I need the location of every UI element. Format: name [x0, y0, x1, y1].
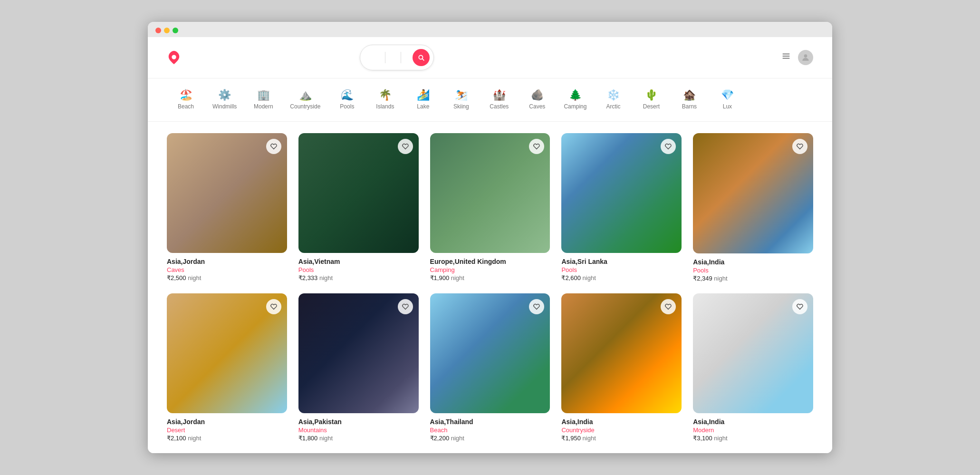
listing-info: Asia,Jordan Caves ₹2,500 night [167, 253, 287, 281]
category-item-countryside[interactable]: ⛰️ Countryside [282, 86, 328, 114]
countryside-category-icon: ⛰️ [299, 90, 312, 100]
category-item-pools[interactable]: 🌊 Pools [328, 86, 366, 114]
avatar[interactable] [798, 50, 813, 65]
wishlist-heart-button[interactable] [792, 139, 807, 154]
category-label-desert: Desert [643, 103, 660, 110]
listing-info: Asia,India Pools ₹2,349 night [693, 253, 813, 282]
svg-line-1 [423, 58, 424, 60]
price-label: night [583, 274, 596, 281]
dot-minimize[interactable] [164, 28, 170, 33]
beach-category-icon: 🏖️ [180, 90, 192, 100]
category-item-barns[interactable]: 🏚️ Barns [670, 86, 708, 114]
category-item-beach[interactable]: 🏖️ Beach [167, 86, 205, 114]
listing-price: ₹1,900 night [430, 274, 550, 281]
islands-category-icon: 🌴 [379, 90, 392, 100]
listing-image-wrap [167, 293, 287, 414]
search-divider-2 [401, 52, 401, 63]
category-item-lake[interactable]: 🏄 Lake [404, 86, 442, 114]
price-label: night [714, 275, 727, 282]
category-item-desert[interactable]: 🌵 Desert [632, 86, 670, 114]
category-label-barns: Barns [682, 103, 697, 110]
lake-category-icon: 🏄 [417, 90, 430, 100]
listing-info: Europe,United Kingdom Camping ₹1,900 nig… [430, 253, 550, 281]
header [148, 37, 832, 78]
listing-type: Pools [561, 266, 682, 273]
listing-location: Asia,India [693, 258, 813, 266]
category-label-windmills: Windmills [212, 103, 237, 110]
wishlist-heart-button[interactable] [792, 299, 807, 314]
browser-dots [155, 28, 178, 33]
listing-image-wrap [693, 133, 813, 253]
listing-image-wrap [693, 293, 813, 414]
listing-card[interactable]: Europe,United Kingdom Camping ₹1,900 nig… [430, 133, 550, 282]
search-bar [360, 45, 434, 70]
category-label-countryside: Countryside [290, 103, 320, 110]
browser-content: 🏖️ Beach ⚙️ Windmills 🏢 Modern ⛰️ Countr… [148, 37, 832, 454]
listing-type: Mountains [298, 427, 419, 434]
category-item-arctic[interactable]: ❄️ Arctic [594, 86, 632, 114]
listing-info: Asia,Vietnam Pools ₹2,333 night [298, 253, 419, 281]
camping-category-icon: 🌲 [569, 90, 582, 100]
listing-card[interactable]: Asia,India Modern ₹3,100 night [693, 293, 813, 442]
wishlist-heart-button[interactable] [529, 299, 544, 314]
wishlist-heart-button[interactable] [661, 299, 676, 314]
listing-type: Beach [430, 427, 550, 434]
price-label: night [714, 435, 727, 442]
category-item-windmills[interactable]: ⚙️ Windmills [205, 86, 244, 114]
category-label-modern: Modern [254, 103, 273, 110]
wishlist-heart-button[interactable] [529, 139, 544, 154]
listing-info: Asia,Thailand Beach ₹2,200 night [430, 413, 550, 442]
category-item-modern[interactable]: 🏢 Modern [244, 86, 282, 114]
listing-card[interactable]: Asia,Vietnam Pools ₹2,333 night [298, 133, 419, 282]
listing-price: ₹2,349 night [693, 275, 813, 282]
airbnb-logo-icon [167, 50, 181, 65]
logo[interactable] [167, 50, 185, 65]
listing-card[interactable]: Asia,Pakistan Mountains ₹1,800 night [298, 293, 419, 442]
category-item-islands[interactable]: 🌴 Islands [366, 86, 404, 114]
search-divider-1 [385, 52, 385, 63]
listing-price: ₹2,600 night [561, 274, 682, 281]
listing-location: Asia,Jordan [167, 258, 287, 265]
wishlist-heart-button[interactable] [266, 299, 281, 314]
listing-card[interactable]: Asia,India Countryside ₹1,950 night [561, 293, 682, 442]
hamburger-menu-icon[interactable] [782, 52, 790, 63]
listing-card[interactable]: Asia,India Pools ₹2,349 night [693, 133, 813, 282]
listing-info: Asia,Sri Lanka Pools ₹2,600 night [561, 253, 682, 281]
barns-category-icon: 🏚️ [683, 90, 696, 100]
price-label: night [319, 274, 333, 281]
category-label-beach: Beach [178, 103, 194, 110]
windmills-category-icon: ⚙️ [218, 90, 231, 100]
listing-price: ₹1,950 night [561, 435, 682, 442]
wishlist-heart-button[interactable] [398, 139, 413, 154]
wishlist-heart-button[interactable] [661, 139, 676, 154]
listing-card[interactable]: Asia,Jordan Caves ₹2,500 night [167, 133, 287, 282]
category-item-skiing[interactable]: ⛷️ Skiing [442, 86, 480, 114]
category-item-lux[interactable]: 💎 Lux [708, 86, 746, 114]
listing-card[interactable]: Asia,Thailand Beach ₹2,200 night [430, 293, 550, 442]
browser-chrome [148, 22, 832, 37]
category-item-camping[interactable]: 🌲 Camping [556, 86, 594, 114]
wishlist-heart-button[interactable] [266, 139, 281, 154]
price-label: night [583, 435, 596, 442]
dot-maximize[interactable] [173, 28, 178, 33]
listing-type: Desert [167, 427, 287, 434]
user-avatar-icon [801, 53, 810, 62]
arctic-category-icon: ❄️ [607, 90, 620, 100]
listing-type: Pools [298, 266, 419, 273]
dot-close[interactable] [155, 28, 161, 33]
category-label-islands: Islands [376, 103, 394, 110]
search-button[interactable] [413, 49, 430, 66]
listing-type: Camping [430, 266, 550, 273]
search-icon [418, 54, 424, 61]
price-label: night [451, 435, 464, 442]
listing-price: ₹2,200 night [430, 435, 550, 442]
price-label: night [451, 274, 464, 281]
price-label: night [188, 274, 201, 281]
listing-info: Asia,Pakistan Mountains ₹1,800 night [298, 413, 419, 442]
listing-card[interactable]: Asia,Jordan Desert ₹2,100 night [167, 293, 287, 442]
category-item-castles[interactable]: 🏰 Castles [480, 86, 518, 114]
category-item-caves[interactable]: 🪨 Caves [518, 86, 556, 114]
category-label-lake: Lake [417, 103, 429, 110]
listing-card[interactable]: Asia,Sri Lanka Pools ₹2,600 night [561, 133, 682, 282]
wishlist-heart-button[interactable] [398, 299, 413, 314]
